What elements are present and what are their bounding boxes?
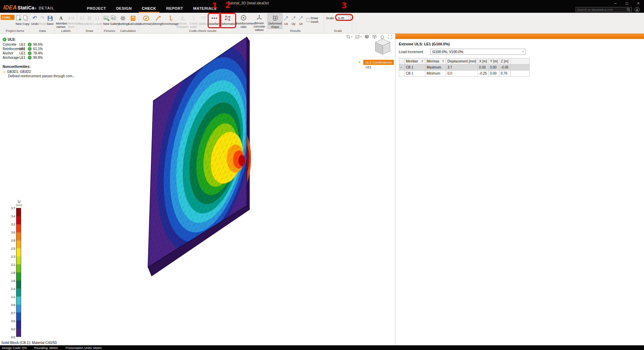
grid-button[interactable]: Grid: [86, 13, 93, 29]
filter-icon[interactable]: [421, 60, 424, 63]
legend-title: U: [16, 200, 22, 204]
loads-button[interactable]: Loads: [93, 13, 101, 29]
load-increment-select[interactable]: G100.0%, V100.0% ▾: [430, 49, 526, 55]
dimension-lines-button[interactable]: Dimension lines: [66, 13, 76, 29]
uy-button[interactable]: Uy: [290, 13, 297, 29]
crack-width-icon: [190, 14, 197, 21]
uz-button[interactable]: Uz: [297, 13, 305, 29]
new-document-icon: [15, 14, 22, 22]
crop-tool-button[interactable]: ▾: [346, 34, 353, 39]
minimize-button[interactable]: –: [610, 0, 621, 7]
table-row[interactable]: CB 1 Minimum 0.0 -0.25 0.00 0.76: [399, 71, 530, 77]
diagonal-arrow-icon: [290, 14, 297, 22]
deformation-button[interactable]: Deformation: [220, 13, 235, 29]
ribbon-group-calculation: Settings Calculate Calculation: [117, 13, 139, 33]
summary-icon: [142, 14, 150, 22]
save-button[interactable]: Save: [46, 13, 54, 29]
reinforcement-ratio-icon: [240, 14, 247, 21]
chevron-down-icon: ▾: [360, 36, 362, 38]
deformed-shape-button[interactable]: Deformed shape: [268, 13, 282, 29]
strength-button[interactable]: Strength: [152, 13, 164, 29]
calculate-button[interactable]: Calculate: [128, 13, 138, 29]
result-load-case: LE1: [19, 43, 28, 46]
undo-button[interactable]: ↶ Undo: [31, 13, 39, 29]
button-label: New: [15, 22, 22, 26]
clip-plane-button[interactable]: ▾: [355, 34, 362, 39]
tab-materials[interactable]: MATERIALS: [190, 5, 220, 13]
uls-results-overlay: ✓ ULS: Concrete LE1 ✓ 99.5% Reinforcemen…: [3, 38, 75, 78]
result-value: 78.4%: [33, 51, 75, 55]
copy-item-button[interactable]: Copy: [22, 13, 29, 29]
draw-mesh-checkbox[interactable]: Draw mesh: [307, 16, 322, 24]
search-input[interactable]: [577, 8, 627, 11]
summary-button[interactable]: Summary: [140, 13, 152, 29]
result-legend: U [mm] 3.7 3.4 3.2 3.0 2.8 2.5 2.3 2.1 1…: [7, 200, 33, 337]
row-expander-icon[interactable]: ›: [399, 64, 405, 71]
column-header: Min/max: [427, 59, 439, 63]
spinner-down-icon[interactable]: ▼: [347, 18, 350, 21]
spinner-up-icon[interactable]: ▲: [347, 15, 350, 18]
gallery-button[interactable]: Gallery: [110, 13, 117, 29]
uls-combinations-badge[interactable]: ULS Combinations: [363, 60, 394, 65]
nonconformity-detail: Defined reinforcement passes through com…: [8, 74, 75, 78]
maximize-button[interactable]: □: [621, 0, 633, 7]
deflection-icon: [200, 14, 207, 22]
deformed-shape-canvas[interactable]: [0, 34, 395, 345]
legend-values: 3.7 3.4 3.2 3.0 2.8 2.5 2.3 2.1 1.8 1.6 …: [7, 208, 16, 337]
button-label: Calculate: [128, 22, 138, 26]
ribbon-group-results: Deformed shape Ux Uy Uz Draw mesh Result…: [267, 13, 324, 33]
navigation-cube[interactable]: [373, 37, 392, 58]
close-button[interactable]: ×: [633, 0, 644, 7]
tab-report[interactable]: REPORT: [163, 5, 186, 13]
combo-expander-icon[interactable]: ▾: [359, 60, 361, 64]
table-row[interactable]: › CB 1 Maximum 3.7 0.00 0.00 -0.05: [399, 64, 530, 71]
result-name: Reinforcement: [3, 47, 19, 51]
member-names-button[interactable]: A Member names: [56, 13, 66, 29]
copy-icon: [22, 14, 30, 22]
letter-a-icon: A: [57, 14, 65, 21]
group-label: Pictures: [102, 29, 117, 33]
shaded-view-button[interactable]: [364, 34, 369, 39]
wireframe-view-button[interactable]: [372, 34, 377, 39]
warning-icon: ⚠: [3, 70, 6, 74]
scale-value-input[interactable]: [336, 15, 346, 20]
tensor-concrete-values-button[interactable]: Tensor concrete values: [252, 13, 267, 29]
new-item-button[interactable]: New: [15, 13, 22, 29]
filter-icon[interactable]: [442, 60, 444, 63]
deflection-button[interactable]: Deflection: [199, 13, 209, 29]
tab-check[interactable]: CHECK: [139, 5, 159, 13]
ux-button[interactable]: Ux: [282, 13, 290, 29]
new-picture-button[interactable]: New: [103, 13, 110, 29]
reinforcement-ratio-button[interactable]: Reinforcement ratio: [235, 13, 252, 29]
search-box: [576, 7, 632, 12]
tab-design[interactable]: DESIGN: [113, 5, 135, 13]
button-label: Crack width: [189, 22, 198, 29]
right-panel-header: [395, 34, 644, 39]
wall-right-side-face: [247, 37, 250, 210]
button-label: Uy: [290, 22, 297, 26]
rebars-button[interactable]: Rebars: [78, 13, 86, 29]
fit-view-button[interactable]: [387, 34, 392, 39]
con1-selector[interactable]: CON1 ▾: [1, 15, 14, 20]
settings-button[interactable]: Settings: [118, 13, 128, 29]
home-view-button[interactable]: [380, 34, 385, 39]
crack-width-button[interactable]: Crack width: [189, 13, 199, 29]
ribbon-group-data: ↶ Undo ↷ Redo Save Data: [30, 13, 55, 33]
stress-limitation-button[interactable]: σ Stress limitation: [176, 13, 189, 29]
tab-project[interactable]: PROJECT: [84, 5, 109, 13]
anchorage-button[interactable]: Anchorage: [164, 13, 176, 29]
titlebar: Tutorial_3D Detail.ideaDet – □ × IDEA St…: [0, 0, 644, 13]
user-account-icon[interactable]: [635, 7, 640, 12]
group-label: Data: [30, 29, 55, 33]
deformed-grid-icon: [271, 14, 279, 21]
tensor-axes-icon: [256, 14, 263, 21]
redo-button[interactable]: ↷ Redo: [39, 13, 46, 29]
load-increment-value: G100.0%, V100.0%: [432, 50, 463, 54]
load-case-item[interactable]: LE1: [366, 65, 371, 69]
row-expander-icon[interactable]: [399, 71, 405, 77]
auxiliary-button[interactable]: Auxiliary: [209, 13, 220, 29]
checkbox-icon: [307, 18, 309, 22]
save-icon: [47, 14, 54, 22]
rounding-status: Rounding: Metric: [34, 346, 58, 350]
chevron-down-icon: ▾: [12, 16, 13, 19]
